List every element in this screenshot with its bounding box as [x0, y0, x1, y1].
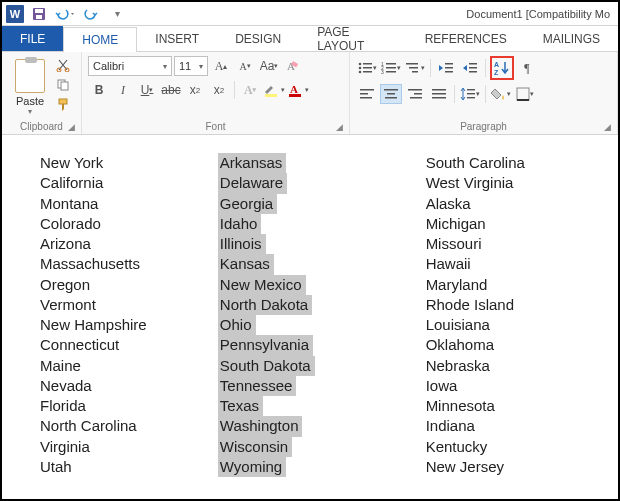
list-item[interactable]: Rhode Island	[426, 295, 586, 315]
list-item[interactable]: Pennsylvania	[218, 335, 313, 355]
qat-customize-button[interactable]: ▾	[106, 3, 128, 25]
bold-button[interactable]: B	[88, 80, 110, 100]
font-name-combo[interactable]: Calibri ▾	[88, 56, 172, 76]
list-item[interactable]: Kentucky	[426, 437, 586, 457]
align-center-button[interactable]	[380, 84, 402, 104]
list-item[interactable]: California	[40, 173, 218, 193]
justify-button[interactable]	[428, 84, 450, 104]
format-painter-button[interactable]	[54, 96, 72, 114]
shrink-font-button[interactable]: A▾	[234, 56, 256, 76]
list-item[interactable]: New Mexico	[218, 275, 306, 295]
highlight-button[interactable]: ▾	[263, 80, 285, 100]
list-item[interactable]: Florida	[40, 396, 218, 416]
list-item[interactable]: Connecticut	[40, 335, 218, 355]
borders-button[interactable]: ▾	[514, 84, 536, 104]
sort-button[interactable]: AZ	[490, 56, 514, 80]
list-item[interactable]: Illinois	[218, 234, 266, 254]
change-case-button[interactable]: Aa▾	[258, 56, 280, 76]
group-label-paragraph: Paragraph ◢	[356, 119, 611, 132]
list-item[interactable]: Idaho	[218, 214, 262, 234]
list-item[interactable]: Nebraska	[426, 356, 586, 376]
clipboard-launcher[interactable]: ◢	[68, 122, 75, 132]
list-item[interactable]: Indiana	[426, 416, 586, 436]
tab-mailings[interactable]: MAILINGS	[525, 26, 618, 51]
list-item[interactable]: Vermont	[40, 295, 218, 315]
list-item[interactable]: New York	[40, 153, 218, 173]
list-item[interactable]: Colorado	[40, 214, 218, 234]
copy-button[interactable]	[54, 76, 72, 94]
list-item[interactable]: Maine	[40, 356, 218, 376]
list-item[interactable]: Oklahoma	[426, 335, 586, 355]
list-item[interactable]: South Dakota	[218, 356, 315, 376]
multilevel-list-button[interactable]: ▾	[404, 58, 426, 78]
tab-file[interactable]: FILE	[2, 26, 63, 51]
list-item[interactable]: New Hampshire	[40, 315, 218, 335]
tab-design[interactable]: DESIGN	[217, 26, 299, 51]
tab-references[interactable]: REFERENCES	[407, 26, 525, 51]
clear-formatting-button[interactable]: A	[282, 56, 304, 76]
paragraph-launcher[interactable]: ◢	[604, 122, 611, 132]
list-item[interactable]: Delaware	[218, 173, 287, 193]
superscript-button[interactable]: x2	[208, 80, 230, 100]
list-item[interactable]: Georgia	[218, 194, 277, 214]
shading-button[interactable]: ▾	[490, 84, 512, 104]
list-item[interactable]: Louisiana	[426, 315, 586, 335]
increase-indent-button[interactable]	[459, 58, 481, 78]
tab-home[interactable]: HOME	[63, 27, 137, 52]
font-launcher[interactable]: ◢	[336, 122, 343, 132]
list-item[interactable]: West Virginia	[426, 173, 586, 193]
bullets-button[interactable]: ▾	[356, 58, 378, 78]
strikethrough-button[interactable]: abc	[160, 80, 182, 100]
list-item[interactable]: Nevada	[40, 376, 218, 396]
list-item[interactable]: South Carolina	[426, 153, 586, 173]
italic-button[interactable]: I	[112, 80, 134, 100]
tab-page-layout[interactable]: PAGE LAYOUT	[299, 26, 406, 51]
align-left-button[interactable]	[356, 84, 378, 104]
grow-font-button[interactable]: A▴	[210, 56, 232, 76]
decrease-indent-button[interactable]	[435, 58, 457, 78]
list-item[interactable]: Missouri	[426, 234, 586, 254]
undo-button[interactable]	[54, 3, 76, 25]
list-item[interactable]: Wisconsin	[218, 437, 292, 457]
list-item[interactable]: Wyoming	[218, 457, 286, 477]
save-button[interactable]	[28, 3, 50, 25]
text-effects-button[interactable]: A▾	[239, 80, 261, 100]
list-item[interactable]: Michigan	[426, 214, 586, 234]
line-spacing-button[interactable]: ▾	[459, 84, 481, 104]
list-item[interactable]: Kansas	[218, 254, 274, 274]
underline-button[interactable]: U▾	[136, 80, 158, 100]
list-item[interactable]: Arizona	[40, 234, 218, 254]
numbering-button[interactable]: 123▾	[380, 58, 402, 78]
list-item[interactable]: Montana	[40, 194, 218, 214]
svg-rect-22	[386, 67, 396, 69]
list-item[interactable]: North Dakota	[218, 295, 312, 315]
list-item[interactable]: North Carolina	[40, 416, 218, 436]
list-item[interactable]: Oregon	[40, 275, 218, 295]
list-item[interactable]: Maryland	[426, 275, 586, 295]
list-item[interactable]: Utah	[40, 457, 218, 477]
list-item[interactable]: Hawaii	[426, 254, 586, 274]
list-item[interactable]: Virginia	[40, 437, 218, 457]
redo-button[interactable]	[80, 3, 102, 25]
cut-button[interactable]	[54, 56, 72, 74]
list-item[interactable]: Massachusetts	[40, 254, 218, 274]
list-item[interactable]: New Jersey	[426, 457, 586, 477]
paste-button[interactable]: Paste ▾	[8, 56, 52, 119]
font-size-combo[interactable]: 11 ▾	[174, 56, 208, 76]
list-item[interactable]: Iowa	[426, 376, 586, 396]
list-item[interactable]: Arkansas	[218, 153, 287, 173]
list-item[interactable]: Ohio	[218, 315, 256, 335]
svg-rect-31	[469, 63, 477, 65]
font-color-button[interactable]: A▾	[287, 80, 309, 100]
list-item[interactable]: Tennessee	[218, 376, 297, 396]
list-item[interactable]: Washington	[218, 416, 303, 436]
list-item[interactable]: Texas	[218, 396, 263, 416]
align-right-button[interactable]	[404, 84, 426, 104]
show-marks-button[interactable]: ¶	[516, 58, 538, 78]
list-item[interactable]: Minnesota	[426, 396, 586, 416]
tab-insert[interactable]: INSERT	[137, 26, 217, 51]
subscript-button[interactable]: x2	[184, 80, 206, 100]
svg-rect-45	[432, 89, 446, 91]
document-canvas[interactable]: New YorkCaliforniaMontanaColoradoArizona…	[2, 135, 618, 499]
list-item[interactable]: Alaska	[426, 194, 586, 214]
